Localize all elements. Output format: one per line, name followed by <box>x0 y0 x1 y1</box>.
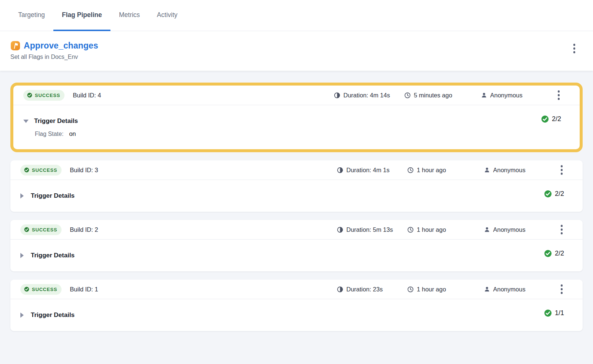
caret-icon <box>20 313 24 318</box>
tab-bar: TargetingFlag PipelineMetricsActivity <box>0 0 593 31</box>
build-card: SUCCESS Build ID: 1 Duration: 23s 1 hour… <box>10 280 583 331</box>
title-row: Approve_changes <box>10 41 575 51</box>
status-label: SUCCESS <box>32 227 57 233</box>
build-id: Build ID: 3 <box>70 167 98 174</box>
build-user: Anonymous <box>484 167 559 174</box>
duration-pie-icon <box>337 227 343 233</box>
checks-badge: 2/2 <box>544 190 564 198</box>
duration-pie-icon <box>337 286 343 293</box>
build-user-text: Anonymous <box>493 226 526 233</box>
build-user: Anonymous <box>484 226 559 233</box>
status-badge: SUCCESS <box>20 224 62 235</box>
checks-count: 2/2 <box>552 115 561 123</box>
tab-flag-pipeline[interactable]: Flag Pipeline <box>53 0 110 31</box>
build-user: Anonymous <box>481 92 556 99</box>
trigger-details-toggle[interactable]: Trigger Details <box>20 252 74 259</box>
build-duration-text: Duration: 4m 1s <box>347 167 390 174</box>
status-label: SUCCESS <box>32 287 57 292</box>
build-card-header: SUCCESS Build ID: 2 Duration: 5m 13s 1 h… <box>10 220 583 240</box>
trigger-details-toggle[interactable]: Trigger Details <box>23 117 78 125</box>
trigger-details-toggle[interactable]: Trigger Details <box>20 192 74 200</box>
checks-count: 2/2 <box>555 190 564 198</box>
tab-activity[interactable]: Activity <box>148 0 186 31</box>
status-badge: SUCCESS <box>20 165 62 176</box>
build-duration-text: Duration: 4m 14s <box>344 92 390 99</box>
status-label: SUCCESS <box>35 93 60 98</box>
build-list: SUCCESS Build ID: 4 Duration: 4m 14s 5 m… <box>0 71 593 364</box>
duration-pie-icon <box>334 92 340 98</box>
build-user-text: Anonymous <box>493 167 526 174</box>
build-card-header: SUCCESS Build ID: 1 Duration: 23s 1 hour… <box>10 280 583 299</box>
status-check-icon <box>27 93 32 98</box>
header-body: Approve_changes Set all Flags in Docs_En… <box>0 31 593 71</box>
clock-icon <box>407 286 414 293</box>
build-card: SUCCESS Build ID: 3 Duration: 4m 1s 1 ho… <box>10 160 583 212</box>
flag-icon <box>10 41 20 51</box>
build-duration-text: Duration: 5m 13s <box>347 226 393 233</box>
build-duration: Duration: 23s <box>337 286 407 293</box>
flag-state-value: on <box>69 130 76 137</box>
build-card-body: Trigger Details 2/2 <box>10 240 583 271</box>
build-overflow-menu-button[interactable] <box>559 164 564 176</box>
build-user-text: Anonymous <box>493 286 526 293</box>
build-card-body: Trigger Details Flag State: on 2/2 <box>13 105 580 149</box>
checks-badge: 2/2 <box>544 250 564 257</box>
tab-metrics[interactable]: Metrics <box>110 0 148 31</box>
build-time-text: 1 hour ago <box>417 286 446 293</box>
caret-icon <box>20 193 24 198</box>
trigger-details-label: Trigger Details <box>31 192 74 200</box>
checks-count: 1/1 <box>555 309 564 317</box>
build-duration: Duration: 4m 14s <box>334 92 404 99</box>
checks-badge: 2/2 <box>541 115 561 123</box>
status-badge: SUCCESS <box>20 284 62 295</box>
caret-icon <box>23 120 29 123</box>
build-time: 1 hour ago <box>407 226 484 233</box>
person-icon <box>484 167 490 173</box>
build-overflow-menu-button[interactable] <box>556 89 561 101</box>
trigger-details-toggle[interactable]: Trigger Details <box>20 311 74 319</box>
person-icon <box>481 92 487 98</box>
clock-icon <box>407 227 414 233</box>
tab-targeting[interactable]: Targeting <box>10 0 53 31</box>
duration-pie-icon <box>337 167 343 173</box>
build-time: 1 hour ago <box>407 286 484 293</box>
build-card-header: SUCCESS Build ID: 4 Duration: 4m 14s 5 m… <box>13 86 580 105</box>
build-time: 5 minutes ago <box>404 92 481 99</box>
build-card-header: SUCCESS Build ID: 3 Duration: 4m 1s 1 ho… <box>10 160 583 180</box>
check-circle-icon <box>544 309 552 317</box>
build-id: Build ID: 1 <box>70 286 98 293</box>
build-overflow-menu-button[interactable] <box>559 283 564 295</box>
checks-count: 2/2 <box>555 250 564 257</box>
build-overflow-menu-button[interactable] <box>559 223 564 236</box>
check-circle-icon <box>544 250 552 257</box>
person-icon <box>484 227 490 233</box>
build-card-body: Trigger Details 2/2 <box>10 180 583 212</box>
check-circle-icon <box>544 190 552 198</box>
build-duration: Duration: 4m 1s <box>337 167 407 174</box>
clock-icon <box>404 92 411 98</box>
page-title[interactable]: Approve_changes <box>24 41 98 51</box>
checks-badge: 1/1 <box>544 309 564 317</box>
header-overflow-menu-button[interactable] <box>572 42 577 55</box>
caret-icon <box>20 253 24 258</box>
flag-state-row: Flag State: on <box>35 130 561 137</box>
trigger-details-label: Trigger Details <box>31 252 74 259</box>
status-check-icon <box>24 167 29 173</box>
flag-pipeline-page: TargetingFlag PipelineMetricsActivity <box>0 0 593 364</box>
page-subtitle: Set all Flags in Docs_Env <box>10 54 575 60</box>
trigger-details-label: Trigger Details <box>34 117 78 125</box>
clock-icon <box>407 167 414 173</box>
build-duration: Duration: 5m 13s <box>337 226 407 233</box>
check-circle-icon <box>541 115 549 123</box>
flag-state-label: Flag State: <box>35 131 63 137</box>
build-card-body: Trigger Details 1/1 <box>10 299 583 331</box>
status-check-icon <box>24 287 29 292</box>
build-time-text: 1 hour ago <box>417 226 446 233</box>
person-icon <box>484 286 490 292</box>
trigger-details-label: Trigger Details <box>31 311 74 319</box>
status-badge: SUCCESS <box>23 90 64 101</box>
build-id: Build ID: 4 <box>73 92 101 99</box>
build-time: 1 hour ago <box>407 167 484 174</box>
build-duration-text: Duration: 23s <box>347 286 383 293</box>
build-user-text: Anonymous <box>490 92 523 99</box>
